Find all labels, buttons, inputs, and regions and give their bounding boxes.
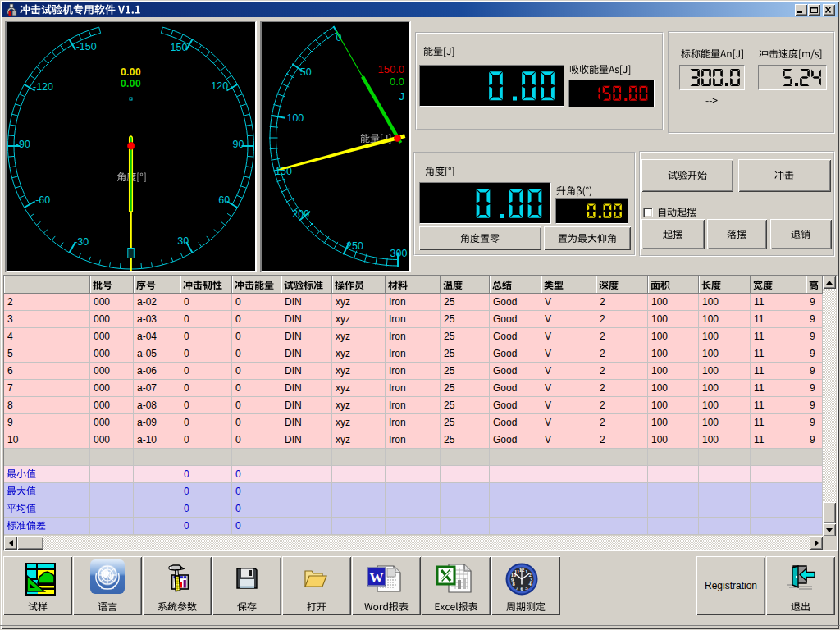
svg-text:30: 30 bbox=[177, 235, 189, 247]
svg-text:300: 300 bbox=[390, 248, 408, 259]
svg-text:60: 60 bbox=[218, 194, 230, 206]
svg-text:100: 100 bbox=[286, 112, 304, 124]
svg-text:-30: -30 bbox=[74, 236, 89, 248]
svg-text:0.00: 0.00 bbox=[121, 66, 141, 78]
svg-text:150.0: 150.0 bbox=[377, 63, 404, 75]
svg-text:-150: -150 bbox=[76, 41, 97, 52]
svg-text:150: 150 bbox=[171, 42, 188, 53]
svg-text:200: 200 bbox=[292, 208, 309, 220]
svg-text:50: 50 bbox=[300, 66, 312, 78]
svg-text:-60: -60 bbox=[35, 194, 50, 206]
svg-text:0.00: 0.00 bbox=[121, 78, 141, 89]
svg-text:-120: -120 bbox=[33, 81, 53, 93]
svg-text:J: J bbox=[399, 90, 405, 103]
svg-text:0: 0 bbox=[336, 32, 342, 43]
svg-text:90: 90 bbox=[233, 139, 244, 150]
svg-text:-90: -90 bbox=[16, 139, 30, 150]
svg-text:120: 120 bbox=[211, 80, 228, 92]
svg-text:0.0: 0.0 bbox=[390, 75, 404, 88]
svg-text:250: 250 bbox=[346, 240, 363, 252]
